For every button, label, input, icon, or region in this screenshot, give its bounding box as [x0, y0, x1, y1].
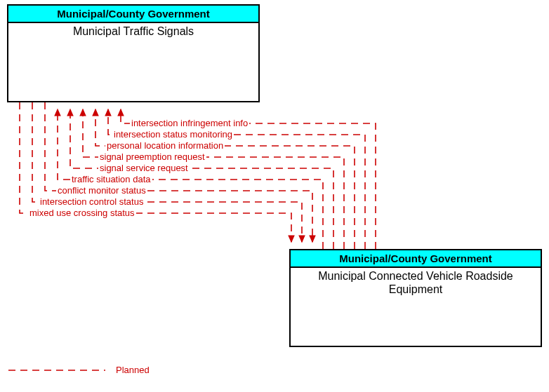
flow-label: intersection infringement info	[130, 118, 249, 128]
flow-label: signal service request	[98, 163, 190, 173]
flow-label: intersection status monitoring	[112, 129, 234, 140]
flow-label: intersection control status	[39, 196, 145, 207]
flow-label: mixed use crossing status	[28, 208, 136, 218]
flow-label: personal location information	[105, 140, 225, 151]
legend-planned: Planned	[116, 365, 150, 375]
flow-label: conflict monitor status	[56, 185, 147, 196]
flow-label: signal preemption request	[98, 151, 206, 162]
flow-label: traffic situation data	[70, 174, 152, 184]
